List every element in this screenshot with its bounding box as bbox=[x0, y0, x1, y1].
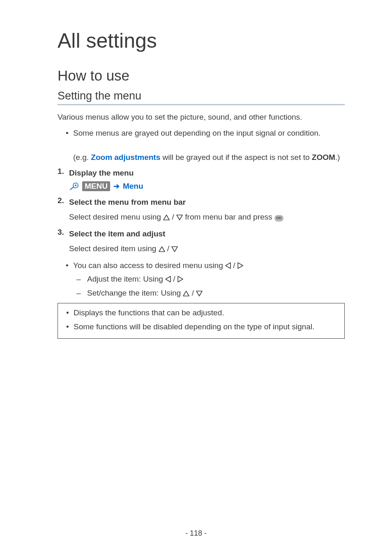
down-triangle-icon bbox=[196, 291, 203, 296]
page-number: - 118 - bbox=[0, 529, 392, 538]
info-2-text: Some functions will be disabled dependin… bbox=[74, 321, 340, 333]
ok-button-icon: OK bbox=[274, 215, 284, 222]
note-paren-pre: (e.g. bbox=[73, 153, 91, 162]
info-box: • Displays the functions that can be adj… bbox=[58, 303, 345, 339]
dash-1-content: Adjust the item: Using / bbox=[87, 273, 183, 285]
step-2: Select the menu from menu bar Select des… bbox=[58, 196, 345, 223]
sub-bullet-content: You can also access to desired menu usin… bbox=[73, 259, 345, 271]
step-2-mid: from menu bar and press bbox=[183, 213, 274, 221]
bullet-dot: • bbox=[66, 259, 73, 271]
step-3: Select the item and adjust Select desire… bbox=[58, 228, 345, 254]
sub-bullet: • You can also access to desired menu us… bbox=[66, 259, 345, 271]
menu-breadcrumb: MENU ➔ Menu bbox=[69, 181, 345, 191]
section-heading: How to use bbox=[58, 67, 345, 84]
info-1-text: Displays the functions that can be adjus… bbox=[74, 307, 340, 319]
dash-1-pre: Adjust the item: Using bbox=[87, 275, 165, 283]
dash-2-pre: Set/change the item: Using bbox=[87, 289, 183, 297]
right-triangle-icon bbox=[178, 276, 183, 282]
page-title: All settings bbox=[58, 29, 345, 53]
up-triangle-icon bbox=[159, 246, 165, 252]
slash-3: / bbox=[231, 261, 238, 270]
step-3-pre: Select desired item using bbox=[69, 244, 159, 253]
right-triangle-icon bbox=[238, 262, 243, 269]
step-2-body: Select desired menu using / from menu ba… bbox=[69, 211, 345, 223]
slash-1: / bbox=[170, 213, 176, 221]
menu-target: Menu bbox=[123, 182, 143, 191]
step-1: Display the menu MENU ➔ Menu bbox=[58, 167, 345, 191]
step-3-body: Select desired item using / bbox=[69, 243, 345, 254]
note-bullet: • Some menus are grayed out depending on… bbox=[66, 127, 345, 163]
slash-4: / bbox=[171, 275, 178, 283]
dash-row-2: – Set/change the item: Using / bbox=[76, 287, 345, 299]
left-triangle-icon bbox=[165, 276, 171, 282]
dash: – bbox=[76, 273, 87, 285]
dash: – bbox=[76, 287, 87, 299]
bullet-dot: • bbox=[66, 127, 73, 163]
step-3-title: Select the item and adjust bbox=[69, 228, 345, 240]
info-bullet-2: • Some functions will be disabled depend… bbox=[66, 321, 340, 333]
slash-5: / bbox=[189, 289, 196, 297]
arrow-icon: ➔ bbox=[113, 182, 120, 191]
down-triangle-icon bbox=[171, 246, 178, 252]
step-2-title: Select the menu from menu bar bbox=[69, 196, 345, 208]
up-triangle-icon bbox=[163, 215, 170, 220]
note-content: Some menus are grayed out depending on t… bbox=[73, 127, 345, 163]
menu-chip: MENU bbox=[82, 181, 110, 191]
down-triangle-icon bbox=[176, 215, 183, 220]
bullet-dot: • bbox=[66, 307, 74, 319]
note-paren-mid: will be grayed out if the aspect is not … bbox=[160, 153, 312, 162]
remote-icon bbox=[69, 182, 79, 190]
svg-point-1 bbox=[75, 185, 76, 186]
step-2-pre: Select desired menu using bbox=[69, 213, 163, 221]
dash-2-content: Set/change the item: Using / bbox=[87, 287, 203, 299]
intro-text: Various menus allow you to set the pictu… bbox=[58, 111, 345, 123]
left-triangle-icon bbox=[225, 262, 231, 269]
info-bullet-1: • Displays the functions that can be adj… bbox=[66, 307, 340, 319]
note-lead: Some menus are grayed out depending on t… bbox=[73, 129, 321, 137]
sub-bullet-pre: You can also access to desired menu usin… bbox=[73, 261, 225, 270]
note-paren-post: .) bbox=[335, 153, 340, 162]
subsection-heading: Setting the menu bbox=[58, 90, 345, 105]
step-1-title: Display the menu bbox=[69, 167, 345, 179]
dash-row-1: – Adjust the item: Using / bbox=[76, 273, 345, 285]
zoom-adjustments-link[interactable]: Zoom adjustments bbox=[91, 153, 160, 162]
slash-2: / bbox=[165, 244, 172, 253]
zoom-label: ZOOM bbox=[312, 153, 335, 162]
bullet-dot: • bbox=[66, 321, 74, 333]
up-triangle-icon bbox=[183, 291, 189, 296]
